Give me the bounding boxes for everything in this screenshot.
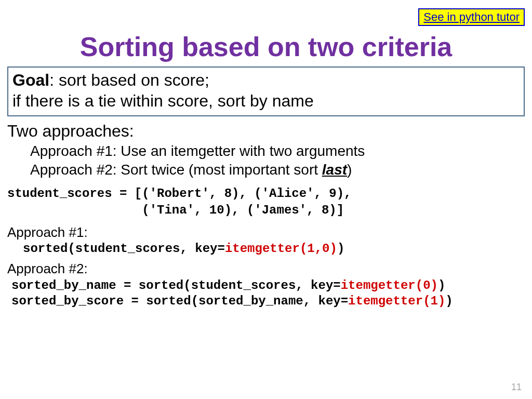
two-approaches-heading: Two approaches: [7, 122, 525, 141]
goal-label: Goal [12, 71, 49, 89]
tutor-link-box[interactable]: See in python tutor [418, 8, 525, 26]
approach1-code: sorted(student_scores, key=itemgetter(1,… [23, 242, 525, 256]
goal-line1: : sort based on score; [49, 71, 209, 89]
goal-line2: if there is a tie within score, sort by … [12, 91, 314, 110]
page-number: 11 [511, 382, 522, 393]
approach1-description: Approach #1: Use an itemgetter with two … [30, 143, 525, 159]
approach2-label: Approach #2: [7, 261, 525, 277]
approach1-label: Approach #1: [7, 224, 525, 241]
slide-title: Sorting based on two criteria [0, 31, 532, 62]
approach2-code-line2: sorted_by_score = sorted(sorted_by_name,… [11, 294, 525, 309]
approach2-description: Approach #2: Sort twice (most important … [30, 162, 525, 178]
last-emphasis: last [322, 162, 347, 178]
student-scores-code: student_scores = [('Robert', 8), ('Alice… [7, 185, 525, 219]
approach2-code-line1: sorted_by_name = sorted(student_scores, … [11, 278, 525, 294]
tutor-link[interactable]: See in python tutor [423, 10, 520, 23]
goal-box: Goal: sort based on score; if there is a… [7, 66, 525, 116]
